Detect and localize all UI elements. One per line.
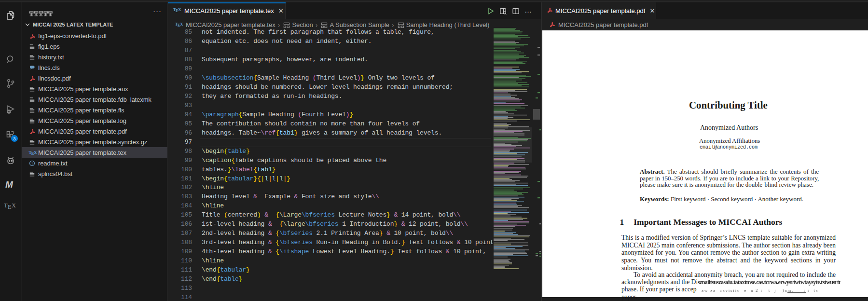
svg-text:X: X [34, 150, 37, 155]
svg-text:E: E [8, 204, 12, 210]
svg-text:X: X [180, 22, 183, 27]
svg-text:M: M [5, 179, 14, 190]
svg-text:T: T [4, 202, 8, 209]
svg-text:X: X [178, 7, 181, 12]
svg-text:X: X [12, 202, 16, 209]
